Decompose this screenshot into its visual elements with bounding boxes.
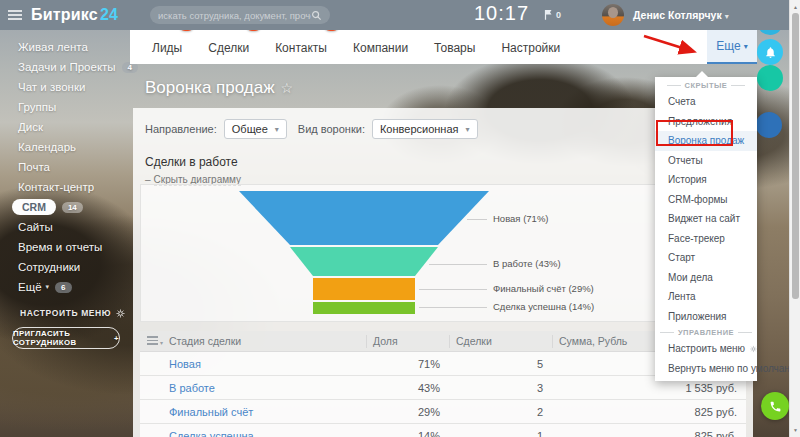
sum-value: 1 535 руб. <box>552 382 746 394</box>
sidebar-item[interactable]: CRM ▾ 14 <box>0 197 130 217</box>
stage-link[interactable]: Новая <box>169 358 201 370</box>
dropdown-item[interactable]: Отчеты <box>655 151 757 171</box>
dropdown-item-label: Предложения <box>668 116 732 127</box>
dropdown-item[interactable]: CRM-формы <box>655 190 757 210</box>
bell-icon <box>764 46 777 59</box>
dropdown-item[interactable]: Лента <box>655 287 757 307</box>
scrollbar-thumb[interactable] <box>792 13 799 299</box>
user-avatar[interactable] <box>602 4 624 26</box>
table-settings-icon[interactable]: ▾ <box>147 336 161 347</box>
direction-select[interactable]: Общее ▾ <box>224 119 287 139</box>
sidebar-item-label: Почта <box>18 161 50 173</box>
sidebar-item[interactable]: Задачи и Проекты ▾ 4 <box>0 57 130 77</box>
stage-link[interactable]: В работе <box>169 382 215 394</box>
clock[interactable]: 10:17 <box>474 2 529 25</box>
share-value: 29% <box>366 406 449 418</box>
sidebar-item[interactable]: Почта ▾ <box>0 157 130 177</box>
funnel-view-value: Конверсионная <box>380 123 459 135</box>
scroll-up-icon[interactable]: ▲ <box>790 4 800 10</box>
sidebar-item[interactable]: Сотрудники ▾ <box>0 257 130 277</box>
extra-rail-button[interactable] <box>756 112 782 138</box>
search-icon <box>311 10 322 21</box>
sidebar-item-label: Живая лента <box>18 41 88 53</box>
nav-tab-label: Настройки <box>501 41 560 55</box>
global-search[interactable] <box>150 6 330 24</box>
col-header-stage[interactable]: Стадия сделки <box>140 335 366 347</box>
sidebar-item[interactable]: Диск ▾ <box>0 117 130 137</box>
dropdown-item[interactable]: Предложения <box>655 112 757 132</box>
nav-tab[interactable]: Контакты 2 <box>271 41 331 64</box>
notifications-button[interactable] <box>757 39 783 65</box>
nav-tab-label: Сделки <box>208 41 249 55</box>
sidebar-item-label: Задачи и Проекты <box>18 61 116 73</box>
share-value: 14% <box>366 430 449 437</box>
nav-tab[interactable]: Лиды 2 <box>148 41 186 64</box>
dropdown-manage-item[interactable]: Настроить меню <box>655 339 757 359</box>
search-input[interactable] <box>158 10 311 21</box>
bitrix24-app: Битрикс24 10:17 0 Денис Котлярчук▾ Живая… <box>0 0 800 437</box>
deals-count: 1 <box>449 430 552 437</box>
configure-menu-button[interactable]: НАСТРОИТЬ МЕНЮ <box>20 308 130 318</box>
dropdown-item[interactable]: Виджет на сайт <box>655 209 757 229</box>
page-title: Воронка продаж☆ <box>145 78 293 98</box>
sidebar-item[interactable]: Время и отчеты ▾ <box>0 237 130 257</box>
col-header-share[interactable]: Доля <box>366 335 449 348</box>
stage-link[interactable]: Финальный счёт <box>169 406 253 418</box>
sidebar-item[interactable]: Чат и звонки ▾ <box>0 77 130 97</box>
funnel-stage[interactable] <box>313 302 415 314</box>
sidebar-item-label: Календарь <box>18 141 76 153</box>
star-favorite-icon[interactable]: ☆ <box>281 80 294 96</box>
sidebar-item[interactable]: Сайты ▾ <box>0 217 130 237</box>
table-row[interactable]: Финальный счёт 29% 2 825 руб. <box>140 400 746 424</box>
dropdown-item[interactable]: Мои дела <box>655 268 757 288</box>
funnel-stage[interactable] <box>239 191 489 245</box>
sidebar-item[interactable]: Живая лента ▾ <box>0 37 130 57</box>
logo-brand: Битрикс <box>31 6 98 23</box>
table-row[interactable]: Сделка успешна 14% 1 825 руб. <box>140 424 746 437</box>
scroll-down-icon[interactable]: ▼ <box>790 427 800 433</box>
direction-label: Направление: <box>145 123 217 135</box>
app-logo[interactable]: Битрикс24 <box>31 6 118 24</box>
logo-brand-accent: 24 <box>100 6 118 23</box>
funnel-stage[interactable] <box>290 247 438 276</box>
sidebar-item[interactable]: Группы ▾ <box>0 97 130 117</box>
nav-more-button[interactable]: Еще ▾ <box>707 30 757 64</box>
nav-tab[interactable]: Настройки <box>497 41 564 64</box>
hamburger-icon[interactable] <box>8 10 22 20</box>
sidebar-item[interactable]: Ещё ▾ 6 <box>0 277 130 297</box>
funnel-stage-label: Финальный счёт (29%) <box>493 283 594 294</box>
deals-count: 3 <box>449 382 552 394</box>
funnel-stage[interactable] <box>313 278 415 300</box>
dropdown-item[interactable]: Старт <box>655 248 757 268</box>
nav-tab[interactable]: Сделки 4 <box>204 41 253 64</box>
stage-link[interactable]: Сделка успешна <box>169 430 254 437</box>
funnel-connector-line <box>467 219 487 220</box>
dropdown-item[interactable]: Приложения <box>655 307 757 327</box>
sidebar-item-label: Чат и звонки <box>18 81 85 93</box>
dropdown-item[interactable]: История <box>655 170 757 190</box>
invite-employees-button[interactable]: ПРИГЛАСИТЬ СОТРУДНИКОВ + <box>12 327 120 349</box>
nav-tab-label: Контакты <box>275 41 327 55</box>
user-menu[interactable]: Денис Котлярчук▾ <box>633 9 729 21</box>
funnel-view-select[interactable]: Конверсионная ▾ <box>372 119 478 139</box>
nav-tab[interactable]: Компании <box>349 41 412 64</box>
sidebar-item[interactable]: Контакт-центр ▾ <box>0 177 130 197</box>
page-scrollbar[interactable]: ▲ ▼ <box>789 0 800 437</box>
hidden-items: СчетаПредложенияВоронка продажОтчетыИсто… <box>655 92 757 326</box>
dropdown-item-label: Мои дела <box>668 272 713 283</box>
dropdown-item[interactable]: Счета <box>655 92 757 112</box>
messenger-button[interactable] <box>757 65 783 91</box>
sidebar-menu: Живая лента ▾ Задачи и Проекты ▾ 4 Чат и… <box>0 37 130 297</box>
gear-icon <box>750 344 757 354</box>
dropdown-manage-item[interactable]: Вернуть меню по умолчанию <box>655 359 757 379</box>
sidebar-item[interactable]: Календарь ▾ <box>0 137 130 157</box>
dropdown-item-label: Face-трекер <box>668 233 725 244</box>
nav-tab[interactable]: Товары <box>430 41 479 64</box>
dropdown-item[interactable]: Face-трекер <box>655 229 757 249</box>
telephony-button[interactable] <box>761 392 789 420</box>
dropdown-item-label: CRM-формы <box>668 194 728 205</box>
dropdown-item[interactable]: Воронка продаж <box>655 131 757 151</box>
col-header-deals[interactable]: Сделки <box>449 335 552 348</box>
funnel-connector-line <box>429 264 487 265</box>
flag-counter[interactable]: 0 <box>544 9 561 20</box>
